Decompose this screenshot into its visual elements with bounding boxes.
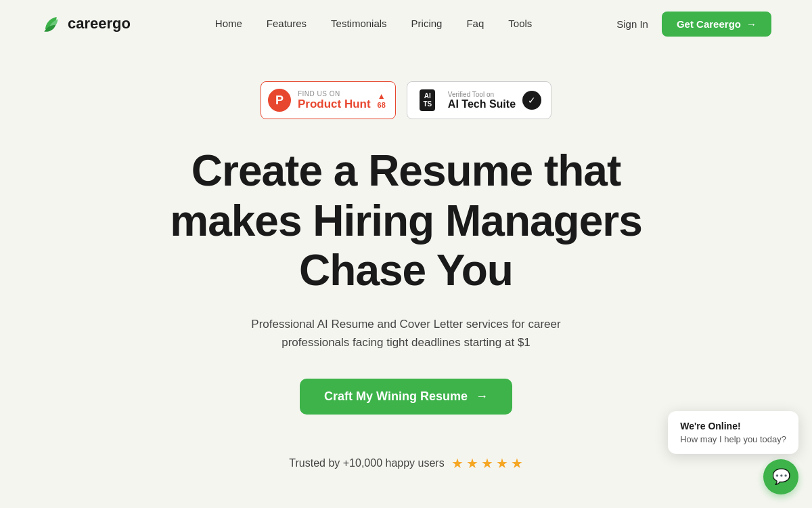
chat-button[interactable]: 💬 xyxy=(763,459,798,494)
star-3: ★ xyxy=(481,455,493,471)
chat-widget: We're Online! How may I help you today? … xyxy=(668,411,798,494)
chat-icon: 💬 xyxy=(772,468,790,486)
aits-icon: AITS xyxy=(414,87,441,113)
ai-verified-label: Verified Tool on xyxy=(448,91,516,98)
star-5: ★ xyxy=(511,455,523,471)
sign-in-link[interactable]: Sign In xyxy=(616,18,648,30)
star-1: ★ xyxy=(451,455,464,471)
star-2: ★ xyxy=(466,455,478,471)
badges-row: P FIND US ON Product Hunt ▲ 68 AITS Veri… xyxy=(261,81,551,119)
ai-tech-badge[interactable]: AITS Verified Tool on AI Tech Suite ✓ xyxy=(407,81,551,119)
product-hunt-label: Product Hunt xyxy=(298,98,371,111)
nav-features[interactable]: Features xyxy=(267,18,307,29)
navigation: careergo Home Features Testimonials Pric… xyxy=(0,0,812,47)
nav-right: Sign In Get Careergo → xyxy=(616,12,771,37)
nav-pricing[interactable]: Pricing xyxy=(411,18,443,29)
chat-online-status: We're Online! xyxy=(680,421,786,431)
chat-help-text: How may I help you today? xyxy=(680,434,786,444)
product-hunt-text: FIND US ON Product Hunt xyxy=(298,90,371,111)
get-careergo-button[interactable]: Get Careergo → xyxy=(662,12,771,37)
nav-testimonials[interactable]: Testimonials xyxy=(331,18,387,29)
main-content: P FIND US ON Product Hunt ▲ 68 AITS Veri… xyxy=(0,47,812,471)
ai-tech-suite-label: AI Tech Suite xyxy=(448,98,516,110)
nav-links: Home Features Testimonials Pricing Faq T… xyxy=(215,18,533,30)
ai-tech-text: Verified Tool on AI Tech Suite xyxy=(448,91,516,110)
nav-faq[interactable]: Faq xyxy=(466,18,484,29)
craft-resume-button[interactable]: Craft My Wining Resume → xyxy=(300,379,512,415)
nav-home[interactable]: Home xyxy=(215,18,242,29)
chat-bubble: We're Online! How may I help you today? xyxy=(668,411,798,454)
logo[interactable]: careergo xyxy=(41,14,131,34)
trusted-row: Trusted by +10,000 happy users ★ ★ ★ ★ ★ xyxy=(289,455,522,471)
trusted-label: Trusted by +10,000 happy users xyxy=(289,457,444,469)
find-us-label: FIND US ON xyxy=(298,90,371,98)
logo-text: careergo xyxy=(68,15,131,33)
hero-heading: Create a Resume that makes Hiring Manage… xyxy=(170,146,642,296)
star-rating: ★ ★ ★ ★ ★ xyxy=(451,455,523,471)
product-hunt-icon: P xyxy=(268,89,291,112)
product-hunt-votes: ▲ 68 xyxy=(378,91,386,109)
verified-checkmark-icon: ✓ xyxy=(522,91,541,110)
logo-icon xyxy=(41,14,64,34)
star-4: ★ xyxy=(496,455,508,471)
product-hunt-badge[interactable]: P FIND US ON Product Hunt ▲ 68 xyxy=(261,81,396,119)
nav-tools[interactable]: Tools xyxy=(508,18,532,29)
hero-subtext: Professional AI Resume and Cover Letter … xyxy=(217,315,595,352)
